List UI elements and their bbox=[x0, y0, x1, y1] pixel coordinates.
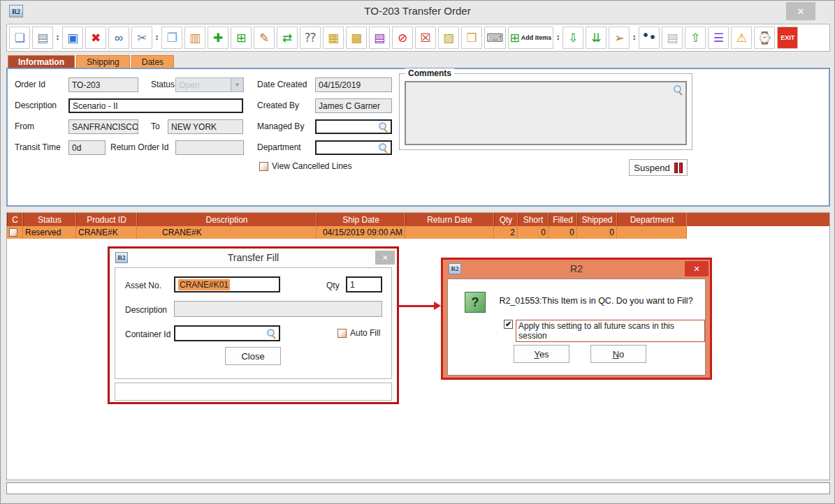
close-button[interactable]: Close bbox=[225, 347, 281, 365]
add-line-button[interactable]: ✚ bbox=[208, 27, 228, 49]
grid-header-row: CStatusProduct IDDescriptionShip DateRet… bbox=[7, 213, 829, 226]
managed-by-field[interactable] bbox=[315, 119, 392, 134]
cell-shipped: 0 bbox=[577, 226, 617, 239]
r2-dialog-close-icon[interactable]: ✕ bbox=[685, 261, 709, 276]
container-id-field[interactable] bbox=[174, 325, 280, 341]
print-button[interactable]: ▤ bbox=[32, 27, 53, 49]
auto-fill-row: Auto Fill bbox=[337, 328, 380, 338]
grid-row[interactable]: ReservedCRANE#KCRANE#K04/15/2019 09:00 A… bbox=[7, 226, 829, 239]
misc-po-button[interactable]: ▤ bbox=[369, 27, 390, 49]
delete-button[interactable]: ✖ bbox=[85, 27, 106, 49]
add-items-button-dropdown-icon[interactable]: ▼▼ bbox=[556, 35, 560, 40]
column-header-product-id[interactable]: Product ID bbox=[76, 213, 137, 226]
copy-button[interactable]: ❐ bbox=[161, 27, 182, 49]
comments-search-icon[interactable] bbox=[674, 85, 683, 94]
file-button[interactable]: ▨ bbox=[438, 27, 459, 49]
view-cancelled-lines-checkbox[interactable] bbox=[259, 162, 268, 171]
department-field[interactable] bbox=[315, 140, 392, 155]
add-multiple-button[interactable]: ⊞ bbox=[231, 27, 252, 49]
ship-button-dropdown-icon[interactable]: ▼▼ bbox=[632, 35, 637, 40]
ship-button[interactable]: ➢ bbox=[609, 27, 630, 49]
column-header-status[interactable]: Status bbox=[23, 213, 76, 226]
find-button[interactable]: ∞ bbox=[108, 27, 129, 49]
print-manifest-button[interactable]: ▤ bbox=[662, 27, 683, 49]
file-button-icon: ▨ bbox=[443, 32, 454, 44]
department-search-icon[interactable] bbox=[379, 143, 388, 152]
print-button-dropdown-icon[interactable]: ▼▼ bbox=[55, 35, 60, 40]
document-notes-button[interactable]: ☰ bbox=[708, 27, 729, 49]
transfer-fill-panel: Asset No. CRANE#K01 Qty 1 Description Co… bbox=[115, 267, 392, 379]
folder-history-button[interactable]: ❒ bbox=[461, 27, 482, 49]
container-id-search-icon[interactable] bbox=[267, 329, 276, 338]
row-select-checkbox[interactable] bbox=[9, 228, 17, 237]
transfer-fill-close-icon[interactable]: ✕ bbox=[375, 251, 395, 265]
tab-dates[interactable]: Dates bbox=[131, 55, 174, 68]
fill-button-icon: ⇩ bbox=[568, 32, 578, 44]
schedule-button[interactable]: ⌚ bbox=[754, 27, 775, 49]
date-created-field: 04/15/2019 bbox=[315, 77, 392, 92]
asset-no-field[interactable]: CRANE#K01 bbox=[174, 276, 280, 292]
cell-return-date bbox=[405, 226, 494, 239]
refresh-button[interactable]: ⇄ bbox=[277, 27, 298, 49]
cut-button-icon: ✂ bbox=[137, 32, 147, 44]
paste-button[interactable]: ▥ bbox=[184, 27, 205, 49]
yes-button[interactable]: Yes bbox=[514, 345, 569, 363]
return-container-button[interactable]: ⇧ bbox=[685, 27, 706, 49]
managed-by-label: Managed By bbox=[257, 121, 304, 131]
column-header-qty[interactable]: Qty bbox=[494, 213, 518, 226]
tf-qty-field[interactable]: 1 bbox=[346, 276, 382, 292]
window-close-button[interactable]: ✕ bbox=[786, 2, 815, 20]
information-panel: Order Id TO-203 Status Open ▼ Date Creat… bbox=[6, 68, 830, 207]
cancel-fill-button[interactable]: ⊘ bbox=[392, 27, 413, 49]
annotation-arrow bbox=[399, 301, 441, 311]
asset-button[interactable]: ▦ bbox=[323, 27, 344, 49]
tf-qty-label: Qty bbox=[326, 281, 340, 290]
column-header-c[interactable]: C bbox=[7, 213, 23, 226]
managed-by-search-icon[interactable] bbox=[379, 122, 388, 131]
no-button[interactable]: No bbox=[590, 345, 646, 363]
tab-shipping[interactable]: Shipping bbox=[76, 55, 130, 68]
apply-setting-label: Apply this setting to all future scans i… bbox=[516, 320, 705, 342]
title-bar: R2 TO-203 Transfer Order ✕ bbox=[1, 1, 834, 22]
truck-button[interactable] bbox=[639, 27, 660, 49]
new-document-button-icon: ❏ bbox=[14, 32, 24, 44]
description-field[interactable]: Scenario - II bbox=[68, 98, 243, 113]
alert-document-button[interactable]: ⚠ bbox=[731, 27, 752, 49]
tf-description-label: Description bbox=[125, 305, 167, 315]
availability-button-icon: ⁇ bbox=[305, 32, 316, 44]
transfer-container-button[interactable]: ▩ bbox=[346, 27, 367, 49]
delete-document-button[interactable]: ☒ bbox=[415, 27, 436, 49]
add-items-button[interactable]: ⊞Add Items bbox=[508, 27, 554, 49]
edit-button[interactable]: ✎ bbox=[254, 27, 275, 49]
keyboard-button[interactable]: ⌨ bbox=[484, 27, 506, 49]
status-bar bbox=[6, 482, 830, 494]
column-header-department[interactable]: Department bbox=[617, 213, 687, 226]
column-header-shipped[interactable]: Shipped bbox=[577, 213, 617, 226]
auto-fill-checkbox[interactable] bbox=[337, 329, 347, 338]
add-multiple-button-icon: ⊞ bbox=[236, 32, 246, 44]
tab-information[interactable]: Information bbox=[8, 55, 75, 68]
network-fill-button[interactable]: ⇊ bbox=[586, 27, 607, 49]
exit-button[interactable]: EXIT bbox=[777, 27, 798, 49]
new-document-button[interactable]: ❏ bbox=[9, 27, 30, 49]
column-header-ship-date[interactable]: Ship Date bbox=[317, 213, 405, 226]
column-header-filler bbox=[687, 213, 829, 226]
column-header-short[interactable]: Short bbox=[518, 213, 549, 226]
fill-button[interactable]: ⇩ bbox=[562, 27, 583, 49]
status-value: Open bbox=[179, 80, 199, 90]
comments-group: Comments bbox=[399, 73, 692, 150]
comments-textarea[interactable] bbox=[405, 81, 687, 145]
availability-button[interactable]: ⁇ bbox=[300, 27, 321, 49]
from-label: From bbox=[15, 121, 34, 131]
cut-button-dropdown-icon[interactable]: ▼▼ bbox=[154, 35, 159, 40]
column-header-return-date[interactable]: Return Date bbox=[405, 213, 494, 226]
copy-button-icon: ❐ bbox=[166, 32, 177, 44]
cut-button[interactable]: ✂ bbox=[131, 27, 152, 49]
apply-setting-checkbox[interactable]: ✔ bbox=[504, 320, 513, 329]
suspend-button[interactable]: Suspend bbox=[629, 159, 688, 176]
column-header-description[interactable]: Description bbox=[137, 213, 317, 226]
save-button[interactable]: ▣ bbox=[62, 27, 83, 49]
add-line-button-icon: ✚ bbox=[213, 32, 223, 44]
schedule-button-icon: ⌚ bbox=[757, 32, 772, 44]
column-header-filled[interactable]: Filled bbox=[549, 213, 577, 226]
